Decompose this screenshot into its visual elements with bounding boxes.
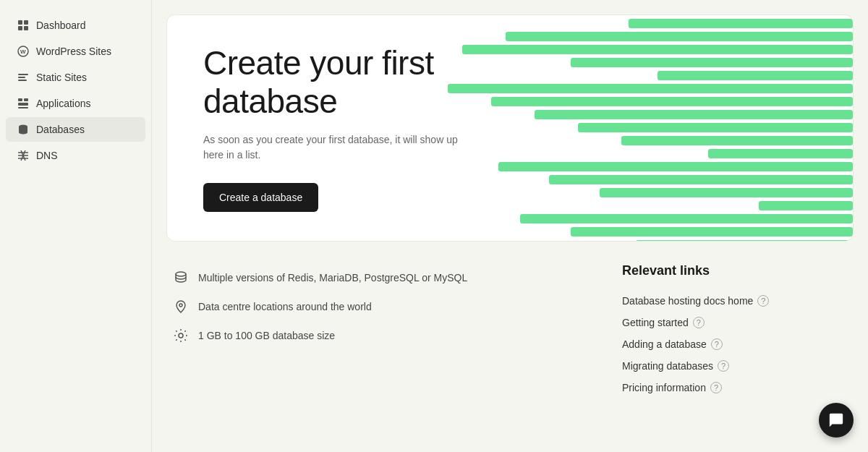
main-content: Create your first database As soon as yo… [152,0,868,452]
bar-row [448,227,853,236]
bar-row [448,84,853,93]
feature-versions: Multiple versions of Redis, MariaDB, Pos… [174,270,608,285]
bar [498,162,853,171]
bar [462,45,853,54]
hero-title: Create your first database [203,44,478,121]
hero-text-block: Create your first database As soon as yo… [203,44,478,212]
static-sites-icon [17,72,29,83]
bar-row [448,71,853,80]
bar-row [448,19,853,28]
link-getting-started[interactable]: Getting started ? [622,312,854,333]
svg-rect-9 [18,98,22,101]
bar-row [448,175,853,184]
svg-text:W: W [20,48,26,55]
svg-rect-3 [24,26,28,30]
link-adding-database-label: Adding a database [622,338,707,350]
sidebar-item-label: Databases [36,124,85,135]
bar-row [448,162,853,171]
bar-row [448,97,853,106]
link-getting-started-label: Getting started [622,317,689,328]
sidebar-item-applications[interactable]: Applications [6,91,145,116]
svg-point-14 [176,272,186,276]
bar [571,58,853,67]
decorative-bar-chart [448,15,853,241]
wordpress-icon: W [17,46,29,57]
sidebar-item-databases[interactable]: Databases [6,117,145,142]
bar-row [448,14,853,15]
bar [759,201,853,210]
svg-rect-7 [18,77,25,78]
bar-row [448,201,853,210]
svg-rect-8 [18,80,27,81]
relevant-links-section: Relevant links Database hosting docs hom… [622,256,854,406]
svg-rect-0 [18,20,22,25]
svg-rect-1 [24,20,28,25]
applications-icon [17,98,29,109]
bar-row [448,45,853,54]
sidebar-item-label: Dashboard [36,20,86,31]
bar-row [448,149,853,158]
bar [448,84,853,93]
svg-rect-12 [18,107,28,108]
hero-card: Create your first database As soon as yo… [166,14,854,242]
bar [658,71,853,80]
bar [629,19,853,28]
bar [571,227,853,236]
sidebar-item-label: Static Sites [36,72,87,83]
svg-point-15 [179,304,182,307]
help-icon-adding-database: ? [711,338,723,350]
feature-storage: 1 GB to 100 GB database size [174,328,608,343]
bar [708,149,853,158]
bar-row [448,32,853,41]
features-row: Multiple versions of Redis, MariaDB, Pos… [166,256,854,406]
bar-row [448,110,853,119]
sidebar-item-label: WordPress Sites [36,46,111,57]
features-list: Multiple versions of Redis, MariaDB, Pos… [166,256,608,357]
bar-row [448,188,853,197]
chat-button[interactable] [819,403,854,438]
bar [636,240,853,241]
location-pin-icon [174,299,188,314]
bar [520,214,853,223]
sidebar: Dashboard W WordPress Sites Static Sites [0,0,152,452]
link-migrating-databases[interactable]: Migrating databases ? [622,355,854,377]
feature-locations: Data centre locations around the world [174,299,608,314]
feature-locations-text: Data centre locations around the world [198,301,372,312]
sidebar-item-label: Applications [36,98,91,109]
bar [621,136,853,145]
svg-rect-10 [24,98,28,101]
help-icon-pricing: ? [710,382,722,393]
bar-row [448,123,853,132]
feature-storage-text: 1 GB to 100 GB database size [198,330,335,341]
sidebar-item-wordpress-sites[interactable]: W WordPress Sites [6,39,145,64]
link-adding-database[interactable]: Adding a database ? [622,333,854,355]
help-icon-docs-home: ? [757,295,769,307]
bar [600,188,853,197]
feature-versions-text: Multiple versions of Redis, MariaDB, Pos… [198,272,467,283]
hero-subtitle: As soon as you create your first databas… [203,132,478,163]
dashboard-icon [17,20,29,31]
bar [491,97,853,106]
bar [506,32,853,41]
bar-row [448,214,853,223]
sidebar-item-label: DNS [36,150,58,161]
databases-icon [17,124,29,135]
bar [592,14,853,15]
sidebar-item-dns[interactable]: DNS [6,143,145,168]
bar [549,175,853,184]
gear-size-icon [174,328,188,343]
svg-rect-6 [18,74,28,75]
bar [578,123,853,132]
bar-row [448,136,853,145]
create-database-button[interactable]: Create a database [203,183,318,212]
help-icon-migrating-databases: ? [718,360,729,372]
link-pricing[interactable]: Pricing information ? [622,377,854,398]
bar-row [448,58,853,67]
sidebar-item-static-sites[interactable]: Static Sites [6,65,145,90]
relevant-links-title: Relevant links [622,263,854,278]
link-docs-home[interactable]: Database hosting docs home ? [622,290,854,312]
svg-rect-11 [18,103,28,106]
sidebar-item-dashboard[interactable]: Dashboard [6,13,145,38]
dns-icon [17,150,29,161]
link-docs-home-label: Database hosting docs home [622,295,753,307]
